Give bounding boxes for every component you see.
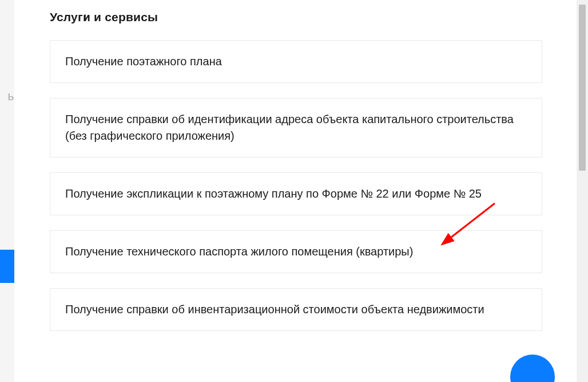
service-item-label: Получение технического паспорта жилого п… — [65, 245, 413, 258]
scrollbar-thumb[interactable] — [579, 5, 586, 171]
service-item-floor-plan[interactable]: Получение поэтажного плана — [50, 40, 542, 83]
service-item-explication[interactable]: Получение экспликации к поэтажному плану… — [50, 172, 542, 215]
floating-action-button[interactable] — [510, 355, 555, 382]
service-list: Получение поэтажного плана Получение спр… — [50, 40, 542, 331]
service-item-label: Получение поэтажного плана — [65, 55, 222, 68]
service-item-label: Получение справки об инвентаризационной … — [65, 303, 484, 316]
vertical-scrollbar[interactable] — [577, 0, 588, 382]
section-heading: Услуги и сервисы — [50, 10, 542, 24]
service-item-label: Получение справки об идентификации адрес… — [65, 113, 514, 142]
service-item-label: Получение экспликации к поэтажному плану… — [65, 187, 482, 200]
main-content: Услуги и сервисы I Получение поэтажного … — [14, 0, 577, 382]
service-item-inventory-value[interactable]: Получение справки об инвентаризационной … — [50, 288, 542, 331]
left-sidebar: ы — [0, 0, 14, 382]
page-wrapper: ы Услуги и сервисы I Получение поэтажног… — [0, 0, 588, 382]
service-item-technical-passport[interactable]: Получение технического паспорта жилого п… — [50, 230, 542, 273]
service-item-address-identification[interactable]: Получение справки об идентификации адрес… — [50, 98, 542, 157]
